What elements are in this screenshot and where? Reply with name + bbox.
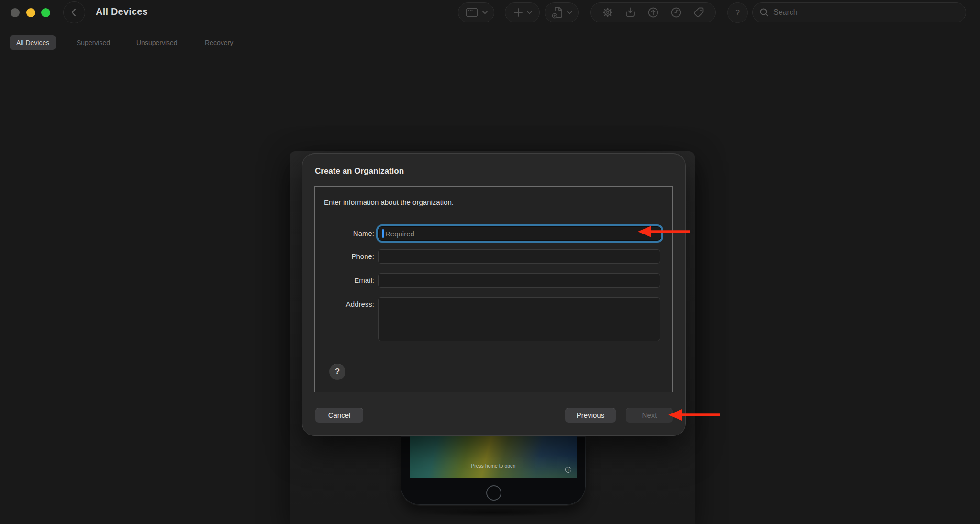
new-blueprint-button[interactable] [545,2,579,22]
dialog-title: Create an Organization [315,167,404,176]
name-label: Name: [315,229,374,237]
tag-icon[interactable] [692,6,705,19]
email-label: Email: [315,276,374,284]
search-field[interactable] [752,2,966,22]
email-row: Email: [315,273,672,288]
next-button[interactable]: Next [626,408,673,423]
device-filter-tabs: All Devices Supervised Unsupervised Reco… [0,34,980,51]
toolbar-help-button[interactable]: ? [727,2,748,23]
annotation-arrow-next-button [668,408,722,422]
back-button[interactable] [63,1,85,23]
form-intro-text: Enter information about the organization… [324,198,454,206]
ipad-shadow [390,506,596,519]
chevron-left-icon [69,7,79,18]
phone-row: Phone: [315,249,672,264]
search-input[interactable] [773,8,959,17]
traffic-light-minimize[interactable] [26,8,35,17]
tab-unsupervised[interactable]: Unsupervised [130,35,184,50]
help-icon: ? [335,367,340,377]
traffic-light-zoom[interactable] [41,8,50,17]
name-field-focus-ring [378,226,661,241]
phone-input[interactable] [378,249,660,264]
text-caret [382,229,384,238]
info-icon: i [565,467,571,473]
actions-toolbar-group [590,2,716,22]
window-title: All Devices [96,6,148,17]
tab-recovery[interactable]: Recovery [198,35,240,50]
tab-all-devices[interactable]: All Devices [10,35,56,50]
previous-button[interactable]: Previous [565,408,616,423]
dialog-help-button[interactable]: ? [329,364,345,380]
chevron-down-icon [482,11,488,14]
help-icon: ? [735,8,740,18]
ipad-lock-hint: Press home to open [410,463,577,468]
ipad-screen: Press home to open i [410,436,577,478]
address-row: Address: [315,297,672,341]
backup-up-arrow-icon[interactable] [647,6,659,19]
organization-form: Enter information about the organization… [314,186,673,392]
create-organization-dialog: Create an Organization Enter information… [302,153,686,436]
name-input[interactable] [378,226,661,241]
email-input[interactable] [378,273,660,288]
search-icon [759,8,769,17]
document-plus-icon [551,6,564,19]
prepare-gear-icon[interactable] [601,6,614,19]
annotation-arrow-name-field [637,224,691,239]
view-chooser-button[interactable] [458,2,494,22]
cancel-button[interactable]: Cancel [315,408,363,423]
address-label: Address: [315,300,374,308]
chevron-down-icon [567,11,572,14]
add-device-button[interactable] [505,2,540,22]
window-chooser-icon [465,6,479,19]
restore-revert-icon[interactable] [670,6,682,19]
tab-supervised[interactable]: Supervised [70,35,117,50]
plus-icon [513,7,523,18]
traffic-light-close[interactable] [11,8,20,17]
ipad-device-image: Press home to open i [401,436,586,505]
name-row: Name: [315,226,672,241]
address-input[interactable] [378,297,660,341]
app-window: All Devices [0,0,980,524]
ipad-home-button [486,485,501,501]
phone-label: Phone: [315,252,374,260]
update-download-icon[interactable] [624,6,636,19]
chevron-down-icon [527,11,532,14]
